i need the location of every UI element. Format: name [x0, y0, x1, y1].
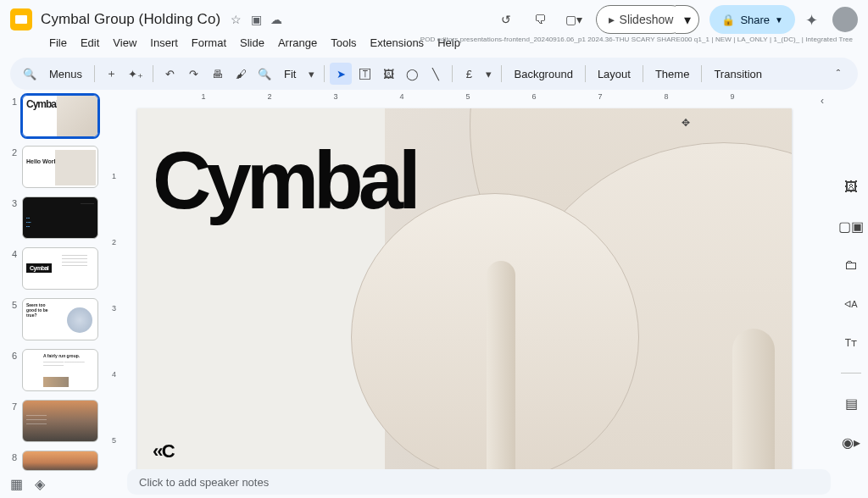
- slide-thumbnail-5[interactable]: Seem too good to be true?: [22, 298, 98, 340]
- currency-dropdown-icon[interactable]: ▾: [481, 63, 496, 85]
- gemini-icon[interactable]: ✦: [805, 11, 822, 28]
- slide-thumbnail-3[interactable]: ▪▪▪▪▪▪▪▪▪▪ ————: [22, 196, 98, 239]
- play-icon: ▸: [609, 13, 615, 26]
- zoom-tool-button[interactable]: 🔍: [253, 63, 275, 85]
- slide-background-image: [385, 108, 792, 476]
- toolbar-separator: [153, 65, 153, 82]
- toolbar: 🔍 Menus ＋ ✦₊ ↶ ↷ 🖶 🖌 🔍 Fit ▾ ➤ 🅃 🖼 ◯ ╲ £…: [10, 58, 858, 90]
- account-avatar[interactable]: [832, 7, 858, 32]
- menu-edit[interactable]: Edit: [74, 35, 106, 51]
- toolbar-separator: [452, 65, 453, 82]
- comments-icon[interactable]: 🗨: [528, 8, 552, 31]
- grid-view-icon[interactable]: ▦: [8, 476, 24, 491]
- document-title[interactable]: Cymbal Group (Holding Co): [41, 11, 220, 28]
- new-slide-button[interactable]: ＋: [100, 63, 122, 85]
- themes-icon[interactable]: ▢▣: [838, 213, 864, 239]
- line-button[interactable]: ╲: [425, 63, 447, 85]
- chevron-down-icon: ▼: [775, 15, 783, 25]
- slide-thumbnail-2[interactable]: Hello World.: [22, 146, 98, 188]
- paint-format-button[interactable]: 🖌: [230, 63, 252, 85]
- print-button[interactable]: 🖶: [206, 63, 228, 85]
- toolbar-separator: [324, 65, 325, 82]
- shape-button[interactable]: ◯: [401, 63, 423, 85]
- thumb-number: 4: [8, 247, 17, 259]
- thumb-number: 2: [8, 146, 17, 158]
- star-icon[interactable]: ☆: [229, 13, 242, 26]
- slide-thumbnail-8[interactable]: [22, 451, 98, 471]
- slide-thumbnail-4[interactable]: Cymbal —————————— —————————— —————————— …: [22, 247, 98, 290]
- meet-icon[interactable]: ▢▾: [562, 8, 586, 31]
- currency-button[interactable]: £: [458, 63, 480, 85]
- redo-button[interactable]: ↷: [182, 63, 204, 85]
- move-folder-icon[interactable]: ▣: [249, 13, 263, 26]
- image-button[interactable]: 🖼: [377, 63, 399, 85]
- lock-icon: 🔒: [721, 14, 735, 26]
- share-button[interactable]: 🔒 Share ▼: [709, 5, 795, 34]
- textbox-button[interactable]: 🅃: [353, 63, 376, 85]
- horizontal-ruler[interactable]: 1 2 3 4 5 6 7 8 9: [124, 90, 834, 103]
- side-panel-divider: [841, 373, 861, 374]
- text-tool-icon[interactable]: Tᴛ: [838, 330, 864, 356]
- menu-file[interactable]: File: [42, 35, 74, 51]
- thumb-number: 1: [8, 95, 17, 107]
- canvas-area: 1 2 3 4 5 6 7 8 9 1 2 3 4 5: [110, 90, 834, 498]
- zoom-dropdown-icon[interactable]: ▾: [304, 63, 319, 85]
- menu-tools[interactable]: Tools: [324, 35, 363, 51]
- slideshow-dropdown[interactable]: ▾: [676, 5, 699, 34]
- thumb-number: 8: [8, 451, 17, 462]
- menu-format[interactable]: Format: [185, 35, 233, 51]
- thumb-number: 6: [8, 349, 17, 361]
- menu-view[interactable]: View: [106, 35, 143, 51]
- menu-slide[interactable]: Slide: [233, 35, 271, 51]
- side-panel: 🖼 ▢▣ 🗀 ᐊA Tᴛ ▤ ◉▸: [834, 90, 868, 498]
- slide-corner-mark[interactable]: ‹‹C: [153, 440, 174, 462]
- slide-thumbnail-7[interactable]: ——————————————————: [22, 400, 98, 442]
- share-label: Share: [740, 14, 770, 26]
- bottom-left-controls: ▦ ◈: [8, 476, 47, 491]
- undo-button[interactable]: ↶: [159, 63, 181, 85]
- select-tool-button[interactable]: ➤: [330, 63, 352, 85]
- toolbar-separator: [643, 65, 643, 82]
- speaker-notes-area[interactable]: Click to add speaker notes: [127, 469, 831, 495]
- thumb-number: 7: [8, 400, 17, 412]
- thumb-number: 3: [8, 196, 17, 208]
- slide-title-logo[interactable]: Cymbal: [153, 134, 416, 227]
- present-icon[interactable]: ◉▸: [838, 429, 864, 455]
- speaker-notes-icon[interactable]: ▤: [838, 390, 864, 416]
- zoom-level[interactable]: Fit: [277, 68, 303, 80]
- build-status-text: POD editors presentations-frontend_20240…: [420, 36, 853, 43]
- slide-thumbnail-1[interactable]: Cymbal: [22, 95, 98, 137]
- collapse-toolbar-icon[interactable]: ˆ: [827, 63, 849, 85]
- cloud-status-icon[interactable]: ☁: [270, 13, 283, 26]
- theme-button[interactable]: Theme: [648, 68, 696, 80]
- slides-app-icon[interactable]: [10, 8, 32, 30]
- slide-thumbnail-panel: 1 Cymbal 2 Hello World. 3 ▪▪▪▪▪▪▪▪▪▪ ———…: [0, 90, 110, 498]
- slideshow-label: Slideshow: [620, 13, 674, 26]
- history-icon[interactable]: ↺: [494, 8, 518, 31]
- search-menus-icon[interactable]: 🔍: [19, 63, 41, 85]
- background-button[interactable]: Background: [507, 68, 579, 80]
- search-menus-label[interactable]: Menus: [42, 68, 89, 80]
- menu-arrange[interactable]: Arrange: [271, 35, 324, 51]
- slideshow-button[interactable]: ▸ Slideshow: [596, 5, 687, 34]
- vertical-ruler[interactable]: 1 2 3 4 5: [110, 103, 124, 498]
- toolbar-separator: [501, 65, 502, 82]
- image-options-icon[interactable]: 🖼: [838, 174, 864, 200]
- thumb-number: 5: [8, 298, 17, 310]
- explore-icon[interactable]: ◈: [32, 476, 47, 491]
- expand-side-panel-icon[interactable]: ‹: [821, 95, 824, 107]
- layout-button[interactable]: Layout: [591, 68, 637, 80]
- menu-bar: File Edit View Insert Format Slide Arran…: [0, 34, 868, 53]
- menu-insert[interactable]: Insert: [143, 35, 185, 51]
- slide-thumbnail-6[interactable]: A fairly run group. ———————— ———————— ——…: [22, 349, 98, 391]
- move-cursor-icon: ✥: [682, 117, 690, 129]
- title-bar: Cymbal Group (Holding Co) ☆ ▣ ☁ ↺ 🗨 ▢▾ ▸…: [0, 0, 868, 34]
- speaker-notes-placeholder: Click to add speaker notes: [139, 476, 269, 489]
- toolbar-separator: [94, 65, 95, 82]
- folder-icon[interactable]: 🗀: [838, 252, 864, 278]
- toolbar-separator: [701, 65, 702, 82]
- translate-icon[interactable]: ᐊA: [838, 291, 864, 317]
- transition-button[interactable]: Transition: [707, 68, 769, 80]
- slide-canvas[interactable]: Cymbal ‹‹C ✥: [137, 108, 792, 476]
- new-slide-ai-button[interactable]: ✦₊: [124, 63, 147, 85]
